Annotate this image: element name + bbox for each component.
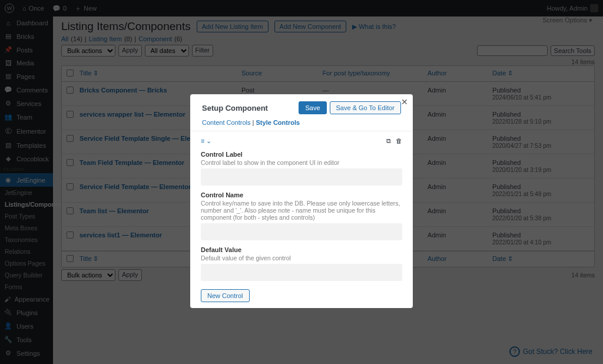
default-value-heading: Default Value (201, 246, 402, 253)
control-name-heading: Control Name (201, 191, 402, 198)
modal-title: Setup Component (202, 104, 268, 112)
setup-component-modal: ✕ Setup Component Save Save & Go To Edit… (190, 94, 413, 308)
close-icon[interactable]: ✕ (401, 97, 408, 107)
control-label-input[interactable] (201, 168, 402, 186)
control-label-heading: Control Label (201, 151, 402, 158)
new-control-button[interactable]: New Control (201, 289, 250, 302)
tab-style-controls[interactable]: Style Controls (256, 119, 300, 126)
save-go-editor-button[interactable]: Save & Go To Editor (330, 101, 401, 114)
clone-icon[interactable]: ⧉ (386, 137, 391, 144)
control-toggle[interactable]: ≡ ⌄ (201, 137, 211, 145)
save-button[interactable]: Save (299, 101, 326, 114)
delete-icon[interactable]: 🗑 (396, 137, 402, 144)
tab-content-controls[interactable]: Content Controls (202, 119, 251, 126)
modal-overlay: ✕ Setup Component Save Save & Go To Edit… (0, 0, 603, 364)
default-value-input[interactable] (201, 264, 402, 281)
control-name-input[interactable] (201, 223, 402, 240)
